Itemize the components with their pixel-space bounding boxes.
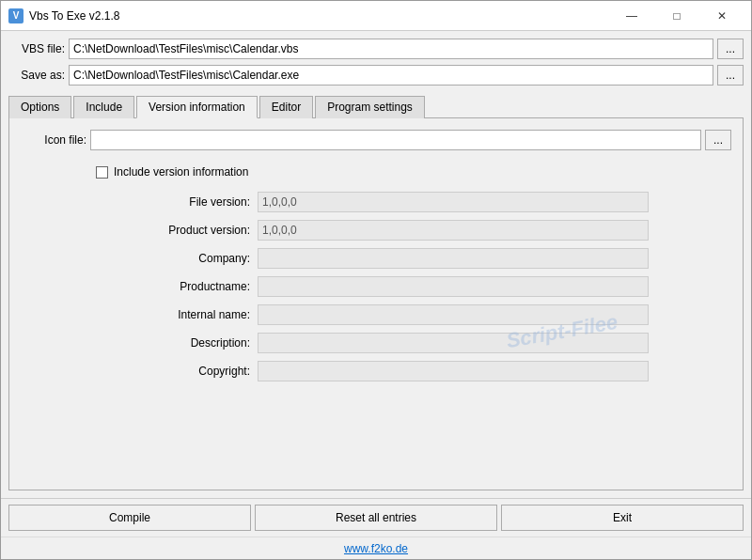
productname-label: Productname: (103, 276, 254, 297)
vbs-file-row: VBS file: ... (8, 39, 744, 59)
include-version-checkbox[interactable] (96, 166, 108, 179)
title-bar-controls: — □ ✕ (610, 5, 744, 27)
title-bar: V Vbs To Exe v2.1.8 — □ ✕ (1, 1, 751, 31)
product-version-label: Product version: (103, 220, 254, 241)
internal-name-label: Internal name: (103, 304, 254, 325)
vbs-file-label: VBS file: (8, 42, 65, 55)
tabs-wrapper: Options Include Version information Edit… (8, 91, 744, 490)
save-as-label: Save as: (8, 69, 65, 82)
vbs-browse-button[interactable]: ... (717, 39, 744, 59)
icon-file-input[interactable] (90, 130, 701, 150)
tab-include[interactable]: Include (73, 96, 134, 118)
app-icon: V (8, 8, 24, 23)
icon-browse-button[interactable]: ... (705, 130, 731, 150)
icon-file-label: Icon file: (21, 133, 86, 147)
copyright-label: Copyright: (103, 361, 254, 381)
icon-file-row: Icon file: ... (21, 130, 731, 150)
tabs: Options Include Version information Edit… (8, 95, 744, 118)
window-title: Vbs To Exe v2.1.8 (29, 9, 120, 23)
description-input[interactable] (258, 333, 649, 353)
tab-editor[interactable]: Editor (259, 96, 313, 118)
description-label: Description: (103, 333, 254, 353)
copyright-input[interactable] (258, 361, 649, 381)
main-content: VBS file: ... Save as: ... Options Inclu… (1, 31, 751, 498)
bottom-buttons: Compile Reset all entries Exit (1, 498, 751, 537)
tab-program-settings[interactable]: Program settings (315, 96, 425, 118)
file-version-label: File version: (103, 192, 254, 212)
footer-link[interactable]: www.f2ko.de (344, 542, 408, 555)
reset-button[interactable]: Reset all entries (255, 505, 497, 531)
save-as-row: Save as: ... (8, 65, 744, 86)
version-body: Include version information File version… (21, 158, 731, 381)
company-input[interactable] (258, 248, 649, 269)
close-button[interactable]: ✕ (700, 5, 744, 27)
main-window: V Vbs To Exe v2.1.8 — □ ✕ VBS file: ... … (0, 0, 752, 560)
title-bar-left: V Vbs To Exe v2.1.8 (8, 8, 120, 23)
include-version-label: Include version information (114, 165, 248, 179)
productname-input[interactable] (258, 276, 649, 297)
vbs-file-input[interactable] (69, 39, 713, 59)
save-as-input[interactable] (69, 65, 713, 86)
minimize-button[interactable]: — (610, 5, 653, 27)
file-version-input[interactable] (258, 192, 649, 212)
footer: www.f2ko.de (1, 537, 751, 559)
company-label: Company: (103, 248, 254, 269)
save-browse-button[interactable]: ... (717, 65, 744, 86)
tab-options[interactable]: Options (8, 96, 71, 118)
exit-button[interactable]: Exit (501, 505, 744, 531)
version-form-grid: File version: Product version: Company: … (103, 192, 649, 381)
maximize-button[interactable]: □ (655, 5, 698, 27)
include-version-row: Include version information (96, 165, 248, 179)
compile-button[interactable]: Compile (8, 505, 251, 531)
tab-version[interactable]: Version information (136, 96, 258, 118)
internal-name-input[interactable] (258, 304, 649, 325)
product-version-input[interactable] (258, 220, 649, 241)
version-tab-content: Icon file: ... Include version informati… (8, 118, 744, 490)
